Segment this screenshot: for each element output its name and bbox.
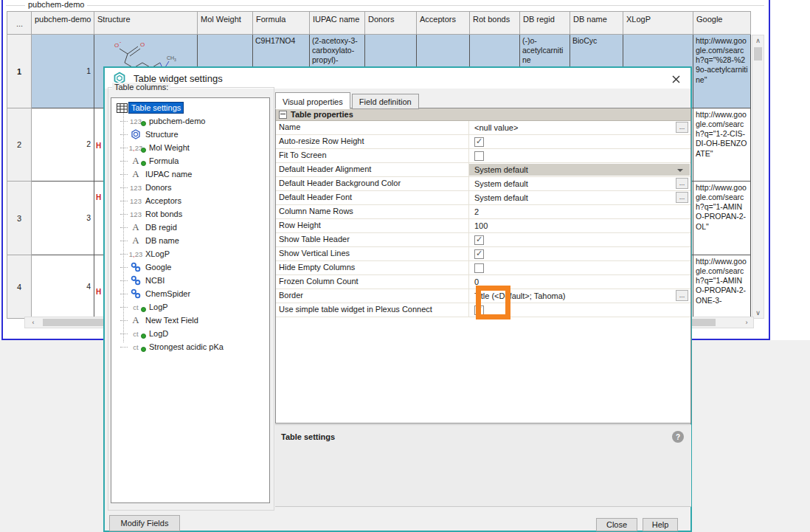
checkbox[interactable] [474,137,484,147]
close-button[interactable]: Close [596,518,637,531]
row-header[interactable]: 3 [7,182,32,255]
svg-text:3: 3 [174,58,176,62]
green-dot-icon [141,161,146,166]
column-header[interactable]: XLogP [623,11,693,35]
table-cell[interactable]: 3 [32,182,94,255]
green-dot-icon [141,121,146,126]
tree-item[interactable]: ChemSpider [114,287,269,300]
ellipsis-button[interactable]: ... [676,290,688,301]
modify-fields-button[interactable]: Modify Fields [109,515,180,531]
column-header[interactable]: Mol Weight [198,11,253,35]
property-row: Auto-resize Row Height [276,135,690,149]
checkbox[interactable] [474,151,484,161]
tree-item[interactable]: 123Acceptors [114,194,269,207]
text-field-icon: A [128,221,143,233]
tree-item[interactable]: NCBI [114,274,269,287]
property-label: Column Name Rows [276,205,469,218]
tree-item-label: DB name [143,235,181,246]
tree-item-label: Strongest acidic pKa [147,342,226,352]
tree-item[interactable]: 1,23Mol Weight [114,141,269,154]
row-header[interactable]: 2 [7,108,32,182]
ellipsis-button[interactable]: ... [676,122,688,133]
table-group-label: pubchem-demo [25,0,87,9]
property-label: Row Height [276,219,469,232]
property-value: System default... [469,177,690,190]
tree-item[interactable]: ctLogD [114,327,269,340]
column-header[interactable]: DB regid [520,11,570,35]
ellipsis-button[interactable]: ... [676,178,688,189]
property-label: Default Header Background Color [276,177,469,190]
tree-item[interactable]: Google [114,260,269,274]
property-value-text[interactable]: 2 [474,207,479,216]
table-cell[interactable]: http://www.google.com/search?q="1-AMINO-… [693,182,751,255]
column-header[interactable]: Donors [365,11,417,35]
table-cell[interactable]: http://www.google.com/search?q="1-2-CIS-… [693,108,751,182]
column-header[interactable]: Google [693,11,751,35]
tree-item[interactable]: AIUPAC name [114,167,269,181]
tab-field-definition[interactable]: Field definition [352,94,419,109]
scroll-right-icon[interactable]: › [741,318,752,327]
column-header[interactable]: Acceptors [417,11,470,35]
property-value-text[interactable]: System default [474,179,528,188]
table-cell[interactable]: http://www.google.com/search?q="1-AMINO-… [693,255,751,319]
checkbox[interactable] [474,263,484,273]
table-cell[interactable]: 4 [32,255,94,319]
property-category[interactable]: Table properties [276,108,690,121]
checkbox[interactable] [474,249,484,259]
scroll-down-icon[interactable]: ∨ [753,308,763,318]
property-row: Default Header Background ColorSystem de… [276,177,690,191]
help-icon[interactable]: ? [672,431,684,443]
structure-field-icon [128,129,143,139]
tree-item-label: Google [143,262,173,272]
tree-item[interactable]: 123Donors [114,181,269,194]
tree-item[interactable]: ADB name [114,234,269,247]
url-field-icon [128,289,143,299]
tab-visual-properties[interactable]: Visual properties [275,92,350,109]
tree-item[interactable]: ANew Text Field [114,314,269,327]
tree-item[interactable]: ADB regid [114,221,269,234]
tree-item[interactable]: AFormula [114,154,269,167]
column-header[interactable]: IUPAC name [310,11,365,35]
property-value-text[interactable]: System default [474,193,528,202]
header-row: ...pubchem-demoStructureMol WeightFormul… [7,11,752,35]
row-header[interactable]: 1 [7,35,32,108]
svg-text:O: O [114,42,119,49]
tree-item[interactable]: Table settings [114,101,269,114]
tree-item[interactable]: 1,23XLogP [114,247,269,260]
column-header[interactable]: Formula [253,11,310,35]
structure-fragment: H [96,193,101,203]
property-value-text[interactable]: 100 [474,221,488,230]
property-row: Default Header AlignmentSystem default [276,163,690,177]
ellipsis-button[interactable]: ... [676,192,688,203]
dropdown[interactable]: System default [469,164,690,176]
dialog-titlebar[interactable]: Table widget settings [105,68,690,89]
tree-guide [120,161,128,162]
tree-item-label: Mol Weight [147,142,192,153]
column-header[interactable]: Rot bonds [470,11,520,35]
tree-item[interactable]: Structure [114,128,269,141]
close-icon[interactable] [670,73,682,85]
row-header[interactable]: 4 [7,255,32,319]
scroll-left-icon[interactable]: ‹ [28,318,38,327]
tree-item[interactable]: 123Rot bonds [114,207,269,221]
checkbox[interactable] [474,235,484,245]
table-cell[interactable]: 2 [32,108,94,182]
scroll-up-icon[interactable]: ∧ [753,35,763,46]
property-value-text[interactable]: <null value> [474,123,518,132]
property-row: Show Vertical Lines [276,247,690,261]
vertical-scrollbar[interactable]: ∧ ∨ [752,35,764,319]
collapse-icon[interactable] [279,111,287,119]
help-button[interactable]: Help [643,518,678,531]
tree-item[interactable]: ctStrongest acidic pKa [114,340,269,353]
table-cell[interactable]: http://www.google.com/search?q="%28-%29o… [693,35,751,108]
column-header[interactable]: Structure [94,11,198,35]
corner-button[interactable]: ... [7,11,32,35]
tree-item[interactable]: ctLogP [114,300,269,314]
tree-guide [120,187,128,188]
column-header[interactable]: DB name [570,11,623,35]
tree-item[interactable]: 123pubchem-demo [114,114,269,128]
tree-item-label: ChemSpider [143,289,193,299]
scrollbar-thumb[interactable] [754,47,762,61]
table-cell[interactable]: 1 [32,35,94,108]
column-header[interactable]: pubchem-demo [32,11,94,35]
